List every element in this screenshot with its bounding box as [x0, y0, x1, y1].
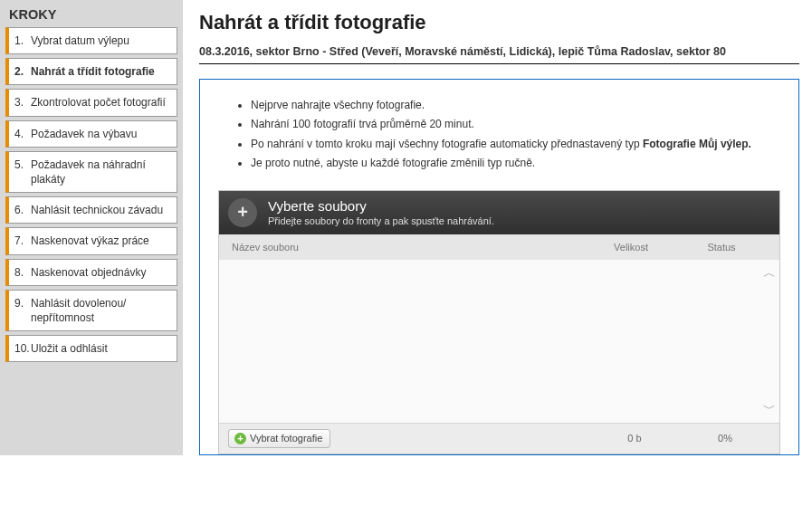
sidebar-item-step-3[interactable]: 3. Zkontrolovat počet fotografií — [5, 89, 177, 116]
step-label: Požadavek na výbavu — [31, 127, 137, 141]
column-status: Status — [676, 242, 767, 253]
step-number: 10. — [14, 341, 31, 356]
uploader-header-title: Vyberte soubory — [268, 198, 494, 214]
column-size: Velikost — [586, 242, 676, 253]
main-content: Nahrát a třídit fotografie 08.3.2016, se… — [183, 0, 812, 455]
footer-progress: 0% — [680, 433, 770, 444]
step-label: Nahlásit dovolenou/ nepřítomnost — [31, 296, 171, 325]
step-number: 5. — [14, 158, 31, 172]
scroll-up-icon[interactable]: ︿ — [763, 265, 776, 282]
page-title: Nahrát a třídit fotografie — [199, 11, 799, 34]
step-number: 7. — [14, 234, 31, 248]
context-line: 08.3.2016, sektor Brno - Střed (Veveří, … — [199, 45, 799, 64]
select-files-button[interactable]: + Vybrat fotografie — [228, 429, 330, 448]
intro-item: Je proto nutné, abyste u každé fotografi… — [251, 156, 780, 171]
step-number: 6. — [14, 203, 31, 217]
sidebar-item-step-5[interactable]: 5. Požadavek na náhradní plakáty — [5, 151, 177, 193]
intro-item: Nejprve nahrajte všechny fotografie. — [251, 98, 780, 113]
uploader-file-list[interactable]: ︿ ﹀ — [219, 260, 779, 423]
step-label: Naskenovat objednávky — [31, 265, 146, 280]
uploader-columns: Název souboru Velikost Status — [219, 234, 779, 260]
step-label: Naskenovat výkaz práce — [31, 234, 149, 248]
intro-item: Nahrání 100 fotografií trvá průměrně 20 … — [251, 117, 780, 132]
plus-icon: + — [228, 198, 257, 227]
uploader: + Vyberte soubory Přidejte soubory do fr… — [218, 190, 780, 454]
uploader-footer: + Vybrat fotografie 0 b 0% — [219, 423, 779, 453]
step-number: 4. — [14, 127, 31, 141]
sidebar-item-step-7[interactable]: 7. Naskenovat výkaz práce — [5, 227, 177, 254]
content-box: Nejprve nahrajte všechny fotografie. Nah… — [199, 79, 799, 455]
step-number: 8. — [14, 265, 31, 280]
step-label: Nahlásit technickou závadu — [31, 203, 163, 217]
uploader-header-subtitle: Přidejte soubory do fronty a pak spusťte… — [268, 215, 494, 226]
sidebar-item-step-1[interactable]: 1. Vybrat datum výlepu — [5, 27, 177, 54]
step-number: 9. — [14, 296, 31, 310]
steps-sidebar: KROKY 1. Vybrat datum výlepu 2. Nahrát a… — [0, 0, 183, 455]
sidebar-title: KROKY — [5, 4, 177, 27]
step-label: Zkontrolovat počet fotografií — [31, 95, 166, 110]
intro-item: Po nahrání v tomto kroku mají všechny fo… — [251, 137, 780, 152]
sidebar-item-step-2[interactable]: 2. Nahrát a třídit fotografie — [5, 58, 177, 85]
intro-list: Nejprve nahrajte všechny fotografie. Nah… — [218, 98, 780, 172]
step-label: Nahrát a třídit fotografie — [31, 64, 155, 79]
step-number: 2. — [14, 64, 31, 79]
uploader-header[interactable]: + Vyberte soubory Přidejte soubory do fr… — [219, 191, 779, 234]
sidebar-item-step-8[interactable]: 8. Naskenovat objednávky — [5, 259, 177, 286]
footer-total-size: 0 b — [589, 433, 680, 444]
step-label: Vybrat datum výlepu — [31, 33, 129, 48]
step-number: 1. — [14, 33, 31, 48]
column-filename: Název souboru — [232, 242, 586, 253]
sidebar-item-step-6[interactable]: 6. Nahlásit technickou závadu — [5, 196, 177, 224]
step-label: Uložit a odhlásit — [31, 341, 108, 356]
sidebar-item-step-10[interactable]: 10. Uložit a odhlásit — [5, 335, 177, 362]
sidebar-item-step-9[interactable]: 9. Nahlásit dovolenou/ nepřítomnost — [5, 290, 177, 331]
scroll-down-icon[interactable]: ﹀ — [763, 401, 776, 417]
select-files-label: Vybrat fotografie — [250, 433, 322, 444]
add-icon: + — [234, 433, 246, 444]
step-number: 3. — [14, 95, 31, 110]
sidebar-item-step-4[interactable]: 4. Požadavek na výbavu — [5, 120, 177, 148]
step-label: Požadavek na náhradní plakáty — [31, 158, 171, 186]
